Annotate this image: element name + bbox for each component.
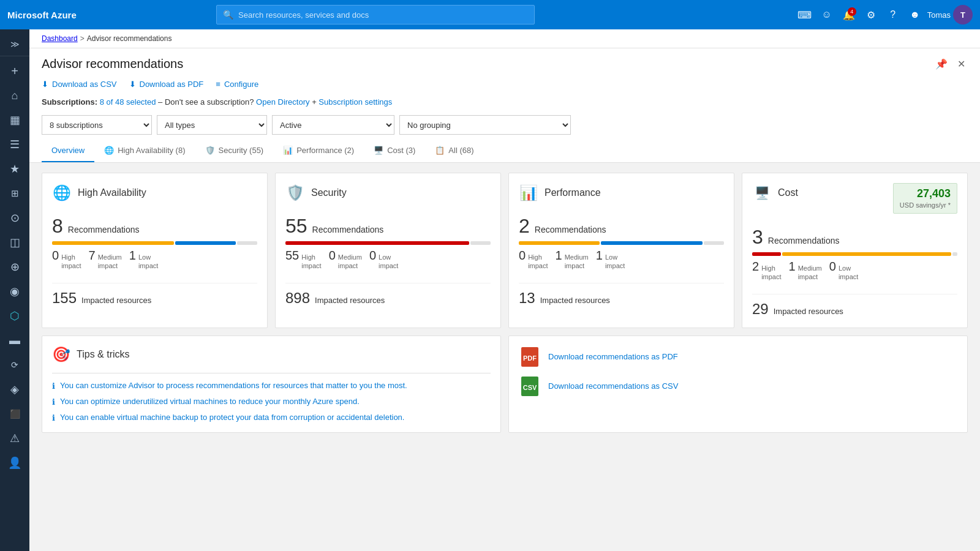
- tab-high-availability[interactable]: 🌐 High Availability (8): [94, 140, 195, 162]
- performance-card[interactable]: 📊 Performance 2 Recommendations: [508, 173, 734, 328]
- security-footer: 898 Impacted resources: [285, 283, 491, 307]
- sidebar-item-monitor[interactable]: ◉: [0, 279, 29, 304]
- subscription-settings-link[interactable]: Subscription settings: [318, 97, 392, 107]
- status-filter[interactable]: Active: [272, 115, 394, 135]
- security-impacted-num: 898: [285, 290, 310, 307]
- ha-impact-bar: [52, 241, 257, 245]
- smiley-icon: ☻: [910, 9, 920, 20]
- sidebar-item-create[interactable]: +: [0, 59, 29, 83]
- ha-card-title: High Availability: [78, 187, 146, 198]
- subscriptions-filter[interactable]: 8 subscriptions: [42, 115, 152, 135]
- help-icon: ?: [890, 9, 895, 20]
- sidebar-item-automation[interactable]: ⬛: [0, 402, 29, 426]
- sidebar-item-resource-groups[interactable]: ◫: [0, 230, 29, 255]
- security-rec-count: 55 Recommendations: [285, 215, 491, 238]
- feedback-button[interactable]: ☺: [817, 5, 837, 24]
- cost-savings-badge: 27,403 USD savings/yr *: [893, 183, 957, 214]
- notification-badge: 4: [848, 7, 856, 16]
- high-availability-card[interactable]: 🌐 High Availability 8 Recommendations: [42, 173, 268, 328]
- sidebar-item-user[interactable]: 👤: [0, 451, 29, 475]
- tab-all[interactable]: 📋 All (68): [425, 140, 483, 162]
- sidebar-item-alerts[interactable]: ⚠: [0, 426, 29, 451]
- download-csv-button[interactable]: ⬇ Download as CSV: [42, 80, 117, 89]
- tips-item-1[interactable]: ℹ You can customize Advisor to process r…: [52, 381, 491, 391]
- search-bar[interactable]: 🔍: [216, 5, 535, 24]
- tab-overview[interactable]: Overview: [42, 140, 94, 162]
- sidebar-item-marketplace[interactable]: ⊕: [0, 255, 29, 279]
- sidebar-item-menu[interactable]: ☰: [0, 132, 29, 157]
- sidebar-item-subscriptions[interactable]: ⊙: [0, 206, 29, 230]
- download-pdf-item[interactable]: PDF Download recommendations as PDF: [519, 346, 957, 368]
- sidebar-item-favorites[interactable]: ★: [0, 157, 29, 181]
- cost-bar-high: [752, 252, 781, 256]
- cost-medium-num: 1: [789, 260, 796, 274]
- tips-item-3[interactable]: ℹ You can enable virtual machine backup …: [52, 413, 491, 422]
- subscriptions-label: Subscriptions:: [42, 97, 97, 107]
- performance-tab-icon: 📊: [283, 146, 293, 155]
- perf-high-impact: 0 Highimpact: [519, 249, 548, 271]
- cost-impact-counts: 2 Highimpact 1 Mediumimpact 0 Lowimpact: [752, 260, 957, 282]
- filter-row: 8 subscriptions All types Active No grou…: [29, 110, 980, 140]
- subscriptions-count[interactable]: 8 of 48 selected: [100, 97, 156, 107]
- grouping-filter[interactable]: No grouping: [399, 115, 571, 135]
- settings-button[interactable]: ⚙: [861, 5, 881, 24]
- notifications-button[interactable]: 🔔 4: [839, 5, 859, 24]
- sidebar-toggle[interactable]: ≫: [0, 32, 29, 56]
- cost-bar-low: [952, 252, 957, 256]
- sidebar-item-dashboard[interactable]: ▦: [0, 108, 29, 132]
- pin-button[interactable]: 📌: [933, 56, 950, 72]
- performance-impact-counts: 0 Highimpact 1 Mediumimpact 1 Lowimpact: [519, 249, 724, 271]
- cost-card[interactable]: 🖥️ Cost 27,403 USD savings/yr * 3 Recomm…: [742, 173, 968, 328]
- perf-high-label: Highimpact: [528, 253, 548, 271]
- ha-low-label: Lowimpact: [138, 253, 158, 271]
- tips-item-2[interactable]: ℹ You can optimize underutilized virtual…: [52, 397, 491, 407]
- download-csv-item[interactable]: CSV Download recommendations as CSV: [519, 375, 957, 397]
- close-button[interactable]: ✕: [955, 56, 968, 72]
- cards-grid: 🌐 High Availability 8 Recommendations: [42, 173, 968, 328]
- ha-high-num: 0: [52, 249, 59, 263]
- breadcrumb-separator: >: [80, 34, 85, 43]
- sidebar-item-storage[interactable]: ▬: [0, 328, 29, 353]
- security-card[interactable]: 🛡️ Security 55 Recommendations: [275, 173, 501, 328]
- configure-icon: ≡: [216, 80, 221, 89]
- search-input[interactable]: [238, 10, 528, 20]
- sidebar-item-advisor[interactable]: ◈: [0, 377, 29, 402]
- tips-divider: [52, 373, 491, 373]
- ha-card-header: 🌐 High Availability: [52, 183, 257, 203]
- breadcrumb-home[interactable]: Dashboard: [42, 34, 78, 43]
- security-bar-low: [470, 241, 491, 245]
- open-directory-link[interactable]: Open Directory: [256, 97, 309, 107]
- username-label[interactable]: Tomas: [927, 10, 951, 20]
- cost-medium-label: Mediumimpact: [798, 264, 822, 282]
- tips-title: Tips & tricks: [77, 349, 130, 360]
- tips-text-3: You can enable virtual machine backup to…: [60, 413, 404, 422]
- performance-rec-count: 2 Recommendations: [519, 215, 724, 238]
- sidebar-item-resources[interactable]: ⊞: [0, 181, 29, 206]
- cost-card-title: Cost: [778, 187, 798, 198]
- download-pdf-button[interactable]: ⬇ Download as PDF: [129, 80, 204, 89]
- sidebar-item-home[interactable]: ⌂: [0, 83, 29, 108]
- configure-button[interactable]: ≡ Configure: [216, 80, 258, 89]
- high-availability-tab-icon: 🌐: [104, 146, 114, 155]
- feedback2-button[interactable]: ☻: [905, 5, 925, 24]
- info-icon-2: ℹ: [52, 397, 55, 407]
- cloud-shell-button[interactable]: ⌨: [795, 5, 815, 24]
- pdf-icon: PDF: [519, 346, 541, 368]
- help-button[interactable]: ?: [883, 5, 903, 24]
- types-filter[interactable]: All types: [157, 115, 267, 135]
- performance-rec-label: Recommendations: [535, 225, 606, 234]
- security-low-label: Lowimpact: [379, 253, 398, 271]
- avatar[interactable]: T: [953, 5, 973, 24]
- ha-impacted-num: 155: [52, 290, 77, 307]
- sidebar-item-devops[interactable]: ⟳: [0, 353, 29, 377]
- info-icon-1: ℹ: [52, 381, 55, 391]
- sidebar-item-security[interactable]: ⬡: [0, 304, 29, 328]
- main-layout: ≫ + ⌂ ▦ ☰ ★ ⊞ ⊙ ◫ ⊕ ◉ ⬡: [0, 29, 980, 551]
- tab-security[interactable]: 🛡️ Security (55): [195, 140, 274, 162]
- all-tab-icon: 📋: [435, 146, 445, 155]
- security-high-impact: 55 Highimpact: [285, 249, 322, 271]
- tab-performance[interactable]: 📊 Performance (2): [273, 140, 364, 162]
- tab-cost[interactable]: 🖥️ Cost (3): [364, 140, 425, 162]
- cost-high-label: Highimpact: [761, 264, 781, 282]
- tips-card: 🎯 Tips & tricks ℹ You can customize Advi…: [42, 335, 501, 433]
